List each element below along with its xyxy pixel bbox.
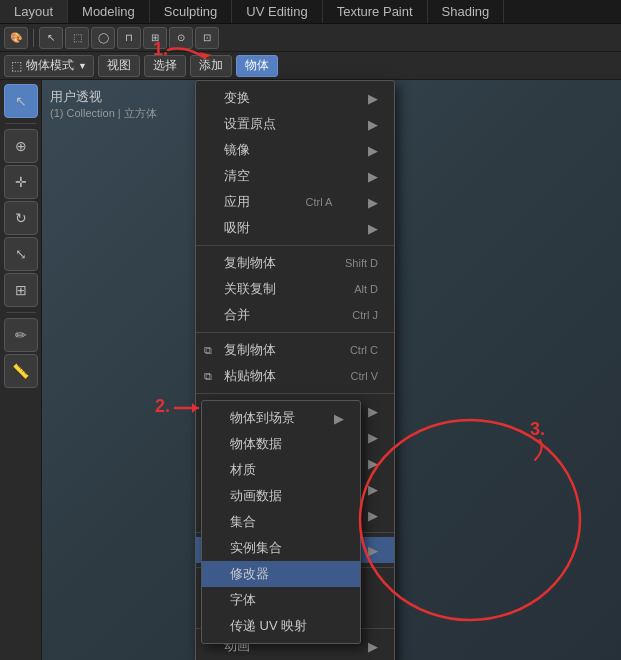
menu-item-xipai[interactable]: 吸附 ▶ [196,215,394,241]
snap-btn[interactable]: ⊞ [143,27,167,49]
paste-icon: ⧉ [204,370,212,383]
sub-item-wutishuju[interactable]: 物体数据 [202,431,360,457]
tab-texture-paint[interactable]: Texture Paint [323,0,428,23]
left-toolbar: ↖ ⊕ ✛ ↻ ⤡ ⊞ ✏ 📏 [0,80,42,660]
select-circle-btn[interactable]: ◯ [91,27,115,49]
sub-item-xiugaiqi[interactable]: 修改器 [202,561,360,587]
top-tabs-bar: Layout Modeling Sculpting UV Editing Tex… [0,0,621,24]
sub-item-donghuashuju[interactable]: 动画数据 [202,483,360,509]
select-tool-btn[interactable]: ↖ [4,84,38,118]
tab-uv-editing[interactable]: UV Editing [232,0,322,23]
move-tool-btn[interactable]: ✛ [4,165,38,199]
menu-item-shezhiyuandian[interactable]: 设置原点 ▶ [196,111,394,137]
sub-item-shili[interactable]: 实例集合 [202,535,360,561]
menu-item-zhantie[interactable]: ⧉ 粘贴物体 Ctrl V [196,363,394,389]
menu-item-jingxiang[interactable]: 镜像 ▶ [196,137,394,163]
mode-selector[interactable]: ⬚ 物体模式 ▼ [4,55,94,77]
menu-item-yingyong[interactable]: 应用 Ctrl A ▶ [196,189,394,215]
menu-item-qingkong[interactable]: 清空 ▶ [196,163,394,189]
object-menu-btn[interactable]: 物体 [236,55,278,77]
left-sep-1 [6,123,36,124]
scale-tool-btn[interactable]: ⤡ [4,237,38,271]
sub-item-jihe2[interactable]: 集合 [202,509,360,535]
transform-tool-btn[interactable]: ⊞ [4,273,38,307]
viewport[interactable]: ↖ ⊕ ✛ ↻ ⤡ ⊞ ✏ 📏 用户透视 (1) Collection | 立方… [0,80,621,660]
menu-item-fuzhi2[interactable]: ⧉ 复制物体 Ctrl C [196,337,394,363]
select-lasso-btn[interactable]: ⊓ [117,27,141,49]
sub-item-cailiao[interactable]: 材质 [202,457,360,483]
viewport-info: 用户透视 (1) Collection | 立方体 [50,88,157,121]
tab-modeling[interactable]: Modeling [68,0,150,23]
measure-tool-btn[interactable]: 📏 [4,354,38,388]
header-row: ⬚ 物体模式 ▼ 视图 选择 添加 物体 [0,52,621,80]
cursor-tool-btn[interactable]: ⊕ [4,129,38,163]
select-menu-btn[interactable]: 选择 [144,55,186,77]
extra-btn[interactable]: ⊡ [195,27,219,49]
left-sep-2 [6,312,36,313]
toolbar-row: 🎨 ↖ ⬚ ◯ ⊓ ⊞ ⊙ ⊡ [0,24,621,52]
menu-item-hebing[interactable]: 合并 Ctrl J [196,302,394,328]
sub-item-uv[interactable]: 传递 UV 映射 [202,613,360,639]
copy-icon: ⧉ [204,344,212,357]
select-box-btn[interactable]: ⬚ [65,27,89,49]
sub-item-wutidaochang[interactable]: 物体到场景 ▶ [202,405,360,431]
rotate-tool-btn[interactable]: ↻ [4,201,38,235]
proportional-btn[interactable]: ⊙ [169,27,193,49]
toolbar-sep-1 [33,29,34,47]
menu-item-guanlianzhi[interactable]: 关联复制 Alt D [196,276,394,302]
sep-2 [196,332,394,333]
sub-item-ziti[interactable]: 字体 [202,587,360,613]
tab-sculpting[interactable]: Sculpting [150,0,232,23]
sep-3 [196,393,394,394]
menu-item-bianhuan[interactable]: 变换 ▶ [196,85,394,111]
tab-shading[interactable]: Shading [428,0,505,23]
collection-name: (1) Collection | 立方体 [50,106,157,121]
tab-layout[interactable]: Layout [0,0,68,23]
menu-item-fuzhi1[interactable]: 复制物体 Shift D [196,250,394,276]
view-menu-btn[interactable]: 视图 [98,55,140,77]
view-name: 用户透视 [50,88,157,106]
annotate-tool-btn[interactable]: ✏ [4,318,38,352]
select-mode-btn[interactable]: ↖ [39,27,63,49]
blender-logo-btn[interactable]: 🎨 [4,27,28,49]
sep-1 [196,245,394,246]
add-menu-btn[interactable]: 添加 [190,55,232,77]
submenu-shengguan: 物体到场景 ▶ 物体数据 材质 动画数据 集合 实例集合 修改器 字体 [201,400,361,644]
